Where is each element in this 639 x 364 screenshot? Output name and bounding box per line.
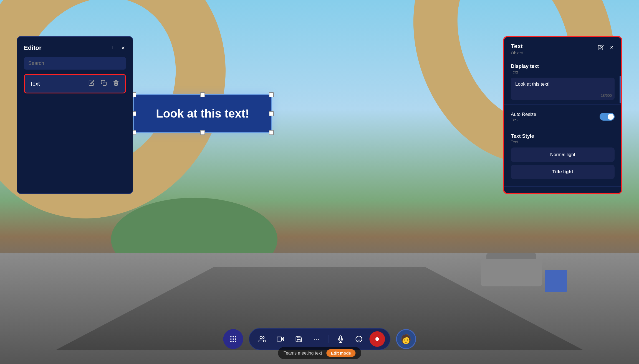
props-title-group: Text Object <box>511 43 523 55</box>
toggle-knob <box>608 114 614 120</box>
text-style-title: Text Style <box>511 133 615 139</box>
text-style-header: Text Style Text <box>511 133 615 144</box>
toolbar-video-button[interactable] <box>272 331 288 347</box>
props-header-actions: × <box>597 43 615 52</box>
svg-point-10 <box>260 336 262 339</box>
toolbar-people-button[interactable] <box>254 331 270 347</box>
bottom-toolbar: ··· 🧑 <box>223 328 416 350</box>
toolbar-separator <box>329 335 329 343</box>
prop-section-display-text-header: Display text Text <box>511 63 615 74</box>
title-light-button[interactable]: Title light <box>511 165 615 179</box>
toolbar-emoji-button[interactable] <box>351 331 367 347</box>
auto-resize-row: Auto Resize Text <box>511 109 615 124</box>
edit-mode-badge: Edit mode <box>327 349 356 357</box>
auto-resize-sublabel: Text <box>511 117 536 121</box>
props-title: Text <box>511 43 523 50</box>
props-close-button[interactable]: × <box>609 43 615 52</box>
svg-point-2 <box>233 336 234 338</box>
search-input[interactable] <box>28 60 122 66</box>
char-count: 18/500 <box>601 93 612 98</box>
prop-section-auto-resize: Auto Resize Text <box>504 105 621 129</box>
status-bar: Teams meeting text Edit mode <box>278 347 361 359</box>
selection-handle-br[interactable] <box>269 130 274 135</box>
svg-point-6 <box>235 338 236 340</box>
toolbar-save-button[interactable] <box>291 331 306 347</box>
text-item-edit-icon[interactable] <box>87 79 96 89</box>
selection-handle-mr[interactable] <box>269 111 274 116</box>
display-text-area[interactable]: Look at this text! 18/500 <box>511 78 615 100</box>
svg-point-18 <box>375 337 379 341</box>
toolbar-mic-button[interactable] <box>333 331 348 347</box>
meeting-status-text: Teams meeting text <box>284 351 322 356</box>
svg-marker-11 <box>281 338 284 341</box>
svg-point-4 <box>230 338 232 340</box>
svg-point-8 <box>233 341 234 342</box>
svg-rect-0 <box>103 82 106 85</box>
text-item-label: Text <box>30 81 40 87</box>
display-text-title: Display text <box>511 63 615 69</box>
display-text-value: Look at this text! <box>515 82 550 87</box>
editor-add-button[interactable]: + <box>110 43 116 53</box>
text-item-actions <box>87 79 120 89</box>
props-scroll[interactable]: Display text Text Look at this text! 18/… <box>504 59 621 193</box>
props-edit-button[interactable] <box>597 43 605 52</box>
couch <box>481 259 542 286</box>
text-item-delete-icon[interactable] <box>112 79 120 89</box>
editor-panel: Editor + × Text <box>17 36 133 194</box>
selection-handle-bc[interactable] <box>200 130 205 135</box>
svg-point-15 <box>356 336 362 342</box>
editor-close-button[interactable]: × <box>120 43 126 53</box>
auto-resize-toggle[interactable] <box>600 113 615 121</box>
editor-panel-title: Editor <box>24 44 42 52</box>
props-panel-header: Text Object × <box>504 37 621 59</box>
user-avatar[interactable]: 🧑 <box>396 329 416 349</box>
toolbar-more-button[interactable]: ··· <box>309 331 325 347</box>
toolbar-record-button[interactable] <box>369 331 385 347</box>
display-text-subtitle: Text <box>511 70 615 74</box>
svg-point-5 <box>233 338 234 340</box>
text-style-subtitle: Text <box>511 140 615 144</box>
svg-rect-12 <box>277 337 281 341</box>
header-actions: + × <box>110 43 126 53</box>
auto-resize-label-group: Auto Resize Text <box>511 112 536 121</box>
text-bubble-content: Look at this text! <box>150 107 255 120</box>
apps-button[interactable] <box>223 329 243 349</box>
selection-handle-tr[interactable] <box>269 92 274 97</box>
cube-blue <box>545 270 567 292</box>
text-item-copy-icon[interactable] <box>100 79 108 89</box>
svg-point-3 <box>235 336 236 338</box>
editor-panel-header: Editor + × <box>24 43 126 53</box>
props-panel: Text Object × Display text Text Look at … <box>503 36 622 194</box>
text-item-row: Text <box>24 74 126 93</box>
search-wrapper <box>24 57 126 70</box>
auto-resize-label: Auto Resize <box>511 112 536 117</box>
svg-point-1 <box>230 336 232 338</box>
props-subtitle: Object <box>511 50 523 55</box>
toolbar-pill: ··· <box>249 328 390 350</box>
normal-light-button[interactable]: Normal light <box>511 147 615 162</box>
prop-section-text-style: Text Style Text Normal light Title light <box>504 129 621 187</box>
selection-handle-tc[interactable] <box>200 92 205 97</box>
svg-point-7 <box>230 341 232 342</box>
svg-point-9 <box>235 341 236 342</box>
scroll-indicator[interactable] <box>620 76 621 103</box>
prop-section-display-text: Display text Text Look at this text! 18/… <box>504 59 621 105</box>
text-bubble: Look at this text! <box>133 94 272 133</box>
avatar-icon: 🧑 <box>400 334 411 344</box>
